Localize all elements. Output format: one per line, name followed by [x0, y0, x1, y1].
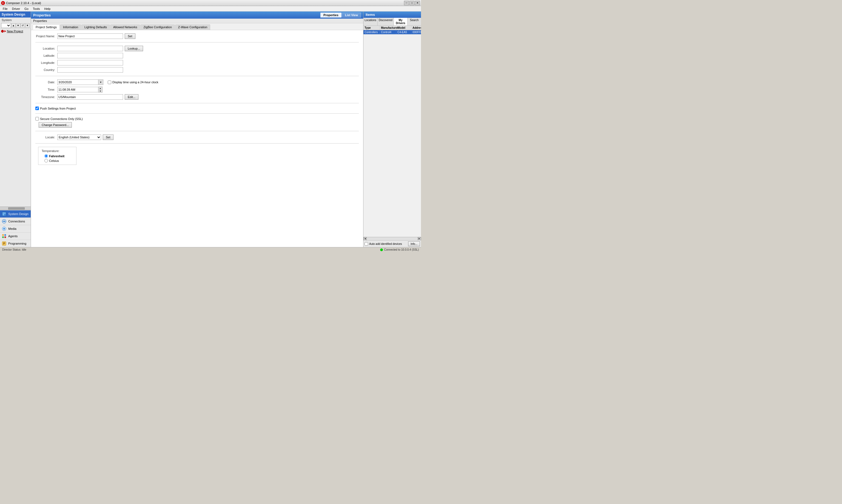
prop-tab-information[interactable]: Information [60, 24, 81, 30]
time-input[interactable] [57, 87, 99, 92]
secure-connections-checkbox[interactable] [35, 117, 39, 121]
timezone-row: Timezone: Edit... [35, 94, 359, 100]
sidebar-select[interactable] [1, 23, 11, 28]
sidebar-up-btn[interactable]: ▲ [11, 23, 16, 28]
project-name-input[interactable] [57, 33, 123, 39]
nav-icon-media [2, 226, 6, 231]
tree-item-new-project[interactable]: New Project [1, 29, 30, 33]
temperature-section: Temperature: Fahrenheit Celsius [38, 147, 359, 165]
latitude-row: Latitude: Set [35, 53, 359, 58]
items-header: Items [364, 12, 421, 18]
items-tabs: Locations Discovered My Drivers Search [364, 18, 421, 26]
scroll-track[interactable] [367, 237, 418, 240]
project-name-set-btn[interactable]: Set [125, 33, 135, 39]
push-settings-checkbox[interactable] [35, 107, 39, 110]
items-tab-search[interactable]: Search [407, 18, 421, 25]
menu-help[interactable]: Help [42, 7, 53, 11]
location-label: Location: [35, 47, 57, 50]
prop-tab-allowed-networks[interactable]: Allowed Networks [110, 24, 140, 30]
items-tab-discovered[interactable]: Discovered [378, 18, 394, 25]
divider-1 [35, 42, 359, 42]
sidebar-section-label: System [0, 18, 31, 22]
temperature-label: Temperature: [42, 149, 73, 152]
menu-driver[interactable]: Driver [10, 7, 22, 11]
nav-item-agents[interactable]: Agents [0, 232, 31, 240]
temperature-radio-group: Fahrenheit Celsius [45, 154, 73, 162]
tree-item-label: New Project [7, 30, 23, 33]
close-button[interactable]: ✕ [415, 1, 420, 5]
celsius-row: Celsius [45, 159, 73, 162]
date-input[interactable] [57, 79, 99, 85]
menu-file[interactable]: File [1, 7, 10, 11]
svg-rect-2 [4, 213, 5, 214]
sidebar-down-btn[interactable]: ▼ [16, 23, 20, 28]
display-24h-checkbox[interactable] [108, 80, 111, 84]
minimize-button[interactable]: ─ [404, 1, 409, 5]
nav-item-programming[interactable]: P Programming [0, 240, 31, 247]
locale-set-btn[interactable]: Set [103, 134, 113, 140]
sidebar-toolbar: ▲ ▼ ↺ ▼ [0, 22, 31, 29]
nav-icon-connections [2, 219, 6, 224]
items-tab-my-drivers[interactable]: My Drivers [394, 18, 407, 25]
date-input-wrap: ▼ [57, 79, 103, 85]
prop-tab-zwave-configuration[interactable]: Z-Wave Configuration [175, 24, 211, 30]
auto-add-checkbox[interactable] [365, 242, 368, 246]
push-settings-label: Push Settings from Project [40, 107, 76, 110]
properties-pane: Properties Properties List View Properti… [31, 12, 364, 247]
scroll-right-arrow[interactable]: ► [418, 237, 421, 240]
time-spin-up[interactable]: ▲ [99, 87, 102, 90]
latitude-input[interactable] [57, 53, 123, 58]
celsius-radio[interactable] [45, 159, 48, 162]
table-row[interactable]: Controllers Control4 C4-EA5 000FFF9573EF [364, 30, 421, 35]
sidebar-scrollbar-thumb[interactable] [8, 208, 25, 210]
auto-add-label: Auto add identified devices [369, 242, 402, 246]
info-button[interactable]: Info... [408, 241, 420, 246]
locale-select[interactable]: English (United States) [57, 134, 101, 140]
divider-2 [35, 76, 359, 76]
col-header-address: Address [411, 26, 421, 30]
svg-rect-10 [2, 234, 4, 236]
sidebar-refresh-btn[interactable]: ↺ [20, 23, 25, 28]
date-calendar-btn[interactable]: ▼ [99, 79, 103, 85]
change-password-row: Change Password... [37, 122, 359, 128]
time-spin-down[interactable]: ▼ [99, 90, 102, 92]
prop-tab-project-settings[interactable]: Project Settings [33, 24, 60, 30]
properties-tab-properties[interactable]: Properties [320, 13, 341, 18]
date-label: Date: [35, 80, 57, 84]
svg-point-5 [3, 220, 5, 222]
location-input[interactable] [57, 46, 123, 51]
prop-tab-zigbee-configuration[interactable]: ZigBee Configuration [140, 24, 175, 30]
prop-tab-lighting-defaults[interactable]: Lighting Defaults [82, 24, 110, 30]
nav-item-system-design[interactable]: System Design [0, 210, 31, 217]
country-label: Country: [35, 68, 57, 72]
menu-tools[interactable]: Tools [31, 7, 42, 11]
sidebar-filter-btn[interactable]: ▼ [25, 23, 30, 28]
items-scrollbar[interactable]: ◄ ► [364, 237, 421, 240]
locale-label: Locale: [35, 136, 57, 139]
change-password-btn[interactable]: Change Password... [39, 122, 72, 128]
menu-go[interactable]: Go [22, 7, 31, 11]
nav-item-connections[interactable]: Connections [0, 217, 31, 225]
nav-icon-agents [2, 234, 6, 238]
nav-label-media: Media [8, 227, 16, 230]
sidebar: System Design System ▲ ▼ ↺ ▼ New Project [0, 12, 31, 247]
properties-header: Properties Properties List View [31, 12, 363, 19]
title-bar-controls[interactable]: ─ □ ✕ [404, 1, 420, 5]
items-footer: Auto add identified devices Info... [364, 240, 421, 247]
items-table-body: Controllers Control4 C4-EA5 000FFF9573EF [364, 30, 421, 237]
lookup-btn[interactable]: Lookup... [125, 46, 143, 51]
items-tab-locations[interactable]: Locations [364, 18, 378, 25]
nav-item-media[interactable]: Media [0, 225, 31, 232]
nav-label-connections: Connections [8, 220, 25, 223]
timezone-input[interactable] [57, 94, 123, 100]
properties-tab-list-view[interactable]: List View [342, 13, 361, 18]
timezone-edit-btn[interactable]: Edit... [125, 94, 138, 100]
maximize-button[interactable]: □ [409, 1, 415, 5]
sidebar-tree: New Project [0, 29, 31, 206]
sidebar-scrollbar[interactable] [0, 206, 31, 210]
country-input[interactable] [57, 67, 123, 73]
fahrenheit-radio[interactable] [45, 154, 48, 158]
longitude-input[interactable] [57, 60, 123, 66]
scroll-left-arrow[interactable]: ◄ [364, 237, 367, 240]
title-bar-left: C Composer 2.10.4 - (Local) [1, 1, 41, 5]
